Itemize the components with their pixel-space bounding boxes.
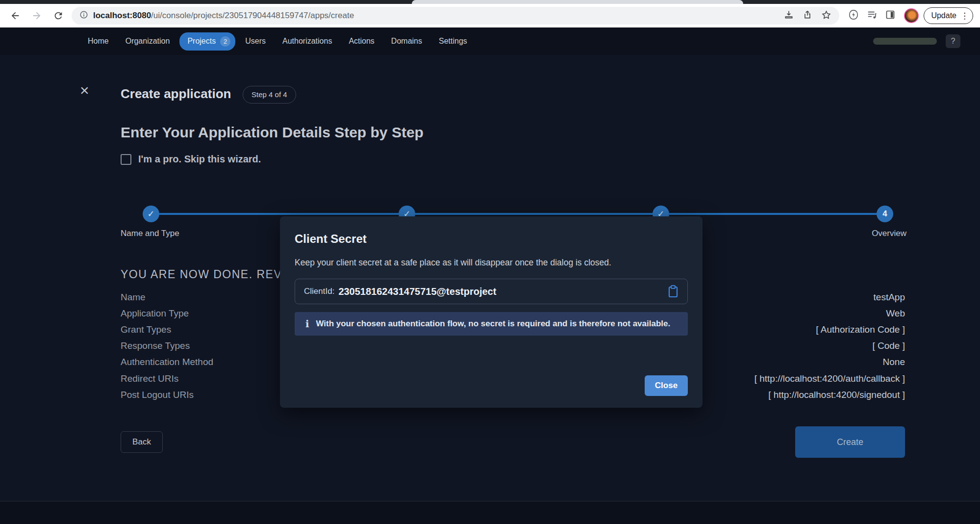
extensions-area: [844, 9, 899, 22]
nav-item-users[interactable]: Users: [238, 33, 273, 50]
url-text[interactable]: localhost:8080/ui/console/projects/23051…: [93, 11, 354, 21]
copy-to-clipboard-icon[interactable]: [668, 285, 678, 298]
info-icon: ℹ: [305, 318, 309, 330]
extension-playlist-icon[interactable]: [867, 9, 878, 22]
share-icon[interactable]: [803, 10, 812, 22]
extension-leaf-icon[interactable]: [848, 9, 859, 22]
dialog-actions: Close: [295, 375, 688, 396]
site-info-icon[interactable]: [79, 10, 88, 21]
client-secret-dialog: Client Secret Keep your client secret at…: [280, 216, 703, 408]
skip-wizard-checkbox[interactable]: [121, 154, 131, 165]
menu-dots-icon[interactable]: ⋮: [960, 11, 969, 21]
stepper-line-1: [159, 213, 399, 215]
nav-item-domains[interactable]: Domains: [384, 33, 429, 50]
nav-items: Home Organization Projects 2 Users Autho…: [81, 32, 474, 51]
projects-count-badge: 2: [220, 36, 230, 47]
step-badge: Step 4 of 4: [243, 86, 296, 104]
page-title: Create application: [121, 86, 231, 102]
nav-item-home[interactable]: Home: [81, 33, 116, 50]
client-id-field[interactable]: ClientId: 230518162431475715@testproject: [295, 279, 688, 304]
console-nav: Home Organization Projects 2 Users Autho…: [0, 27, 980, 55]
active-tab[interactable]: [412, 0, 743, 4]
stepper-line-2: [415, 213, 653, 215]
review-value: [ Authorization Code ]: [816, 324, 905, 335]
review-label: Redirect URIs: [121, 373, 178, 384]
review-value: [ http://localhost:4200/signedout ]: [768, 390, 905, 400]
nav-item-projects[interactable]: Projects 2: [179, 32, 235, 51]
profile-avatar[interactable]: [904, 8, 919, 23]
review-heading: YOU ARE NOW DONE. REVIEW: [121, 268, 305, 281]
url-bar[interactable]: localhost:8080/ui/console/projects/23051…: [72, 7, 839, 25]
review-value: [ Code ]: [872, 341, 905, 351]
stepper-step4-circle[interactable]: 4: [877, 206, 893, 222]
browser-toolbar: localhost:8080/ui/console/projects/23051…: [0, 4, 980, 27]
info-banner: ℹ With your chosen authentication flow, …: [295, 312, 688, 336]
client-id-value: 230518162431475715@testproject: [338, 286, 496, 297]
forward-icon[interactable]: [28, 7, 45, 24]
page-footer: [0, 501, 980, 524]
review-value: [ http://localhost:4200/auth/callback ]: [754, 373, 905, 384]
skip-wizard-row: I'm a pro. Skip this wizard.: [121, 154, 261, 165]
nav-item-projects-label: Projects: [187, 37, 216, 46]
review-label: Application Type: [121, 308, 189, 319]
info-banner-text: With your chosen authentication flow, no…: [309, 319, 677, 329]
stepper-step1-check-icon[interactable]: ✓: [143, 206, 159, 222]
nav-item-authorizations[interactable]: Authorizations: [276, 33, 339, 50]
nav-item-organization[interactable]: Organization: [119, 33, 177, 50]
nav-item-actions[interactable]: Actions: [342, 33, 381, 50]
review-value: None: [883, 357, 905, 367]
review-label: Response Types: [121, 341, 190, 351]
close-wizard-icon[interactable]: ×: [80, 82, 89, 98]
back-icon[interactable]: [7, 7, 24, 24]
dialog-description: Keep your client secret at a safe place …: [295, 258, 688, 268]
client-id-label: ClientId:: [304, 287, 334, 296]
stepper-step1-label: Name and Type: [121, 229, 179, 238]
review-value: testApp: [874, 292, 905, 303]
update-label: Update: [931, 11, 956, 20]
download-icon[interactable]: [784, 10, 794, 22]
review-label: Authentication Method: [121, 357, 213, 367]
help-button[interactable]: ?: [946, 34, 960, 48]
url-host: localhost:8080: [93, 11, 151, 20]
org-skeleton-loader: [873, 38, 937, 45]
reload-icon[interactable]: [50, 7, 67, 24]
browser-tab-strip: [0, 0, 980, 4]
stepper-step4-label: Overview: [872, 229, 906, 238]
stepper-line-3: [669, 213, 877, 215]
url-path: /ui/console/projects/230517904448159747/…: [151, 11, 354, 20]
create-button[interactable]: Create: [795, 426, 905, 458]
back-button[interactable]: Back: [121, 431, 163, 453]
dialog-title: Client Secret: [295, 232, 688, 246]
bookmark-star-icon[interactable]: [821, 10, 831, 22]
wizard-heading: Enter Your Application Details Step by S…: [121, 124, 424, 141]
review-label: Name: [121, 292, 146, 303]
review-value: Web: [886, 308, 905, 319]
close-dialog-button[interactable]: Close: [645, 375, 688, 396]
nav-item-settings[interactable]: Settings: [432, 33, 474, 50]
sidebar-toggle-icon[interactable]: [885, 10, 895, 22]
update-button[interactable]: Update ⋮: [924, 7, 973, 24]
review-label: Post Logout URIs: [121, 390, 194, 400]
review-label: Grant Types: [121, 324, 171, 335]
skip-wizard-label: I'm a pro. Skip this wizard.: [138, 154, 261, 165]
